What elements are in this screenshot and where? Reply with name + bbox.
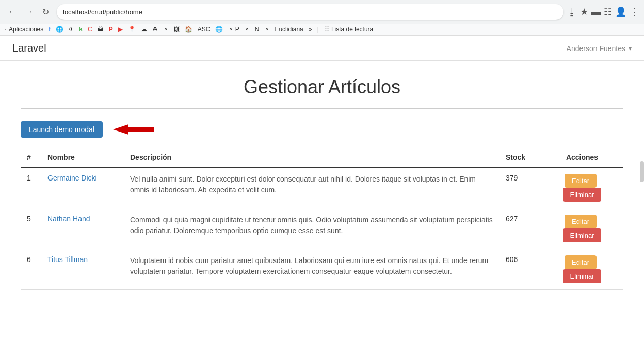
- svg-marker-0: [113, 124, 154, 135]
- app-header: Laravel Anderson Fuentes ▾: [0, 36, 644, 61]
- col-header-stock: Stock: [500, 148, 541, 167]
- cell-nombre: Germaine Dicki: [41, 167, 124, 208]
- cell-desc: Voluptatem id nobis cum pariatur amet qu…: [124, 249, 500, 290]
- browser-icons: ⭳ ★ ▬ ☷ 👤 ⋮: [568, 6, 639, 18]
- arrow-indicator: [113, 122, 154, 137]
- browser-toolbar: ← → ↻ ⭳ ★ ▬ ☷ 👤 ⋮: [0, 0, 644, 24]
- bookmarks-bar: ▫ Aplicaciones f 🌐 ✈ k C 🏔 P ▶ 📍 ☁ ☘ ⚬ 🖼…: [0, 24, 644, 36]
- cell-id: 5: [21, 208, 41, 249]
- cell-stock: 606: [500, 249, 541, 290]
- cell-acciones: Editar Eliminar: [541, 249, 623, 290]
- edit-button[interactable]: Editar: [565, 174, 597, 188]
- launch-demo-modal-button[interactable]: Launch demo modal: [21, 121, 103, 138]
- bookmark-globe2[interactable]: 🌐: [215, 26, 223, 33]
- bookmark-f[interactable]: f: [49, 26, 51, 33]
- bookmark-apps[interactable]: ▫ Aplicaciones: [5, 26, 43, 33]
- table-body: 1 Germaine Dicki Vel nulla animi sunt. D…: [21, 167, 623, 290]
- bookmark-plane[interactable]: ✈: [69, 26, 74, 33]
- divider: [21, 108, 623, 109]
- table-row: 1 Germaine Dicki Vel nulla animi sunt. D…: [21, 167, 623, 208]
- cell-acciones: Editar Eliminar: [541, 167, 623, 208]
- user-name: Anderson Fuentes: [567, 44, 625, 53]
- bookmark-cloud[interactable]: ☁: [141, 26, 147, 33]
- cell-stock: 379: [500, 167, 541, 208]
- bookmark-more[interactable]: »: [309, 26, 312, 33]
- dropdown-arrow-icon: ▾: [629, 45, 632, 52]
- nombre-link[interactable]: Germaine Dicki: [47, 174, 97, 182]
- articles-table: # Nombre Descripción Stock Acciones 1 Ge…: [21, 148, 623, 290]
- arrow-icon: [113, 122, 154, 137]
- reload-button[interactable]: ↻: [38, 5, 53, 19]
- table-row: 6 Titus Tillman Voluptatem id nobis cum …: [21, 249, 623, 290]
- col-header-acciones: Acciones: [541, 148, 623, 167]
- bookmark-c[interactable]: C: [88, 26, 92, 33]
- cell-desc: Vel nulla animi sunt. Dolor excepturi es…: [124, 167, 500, 208]
- delete-button[interactable]: Eliminar: [563, 228, 602, 242]
- tab-manager-icon[interactable]: ☷: [604, 6, 612, 18]
- bookmark-maps[interactable]: 📍: [128, 26, 136, 33]
- cast-icon[interactable]: ⭳: [568, 7, 577, 18]
- scrollbar[interactable]: [640, 161, 644, 182]
- extensions-icon[interactable]: ▬: [591, 7, 601, 18]
- edit-button[interactable]: Editar: [565, 255, 597, 269]
- edit-button[interactable]: Editar: [565, 215, 597, 228]
- cell-id: 1: [21, 167, 41, 208]
- delete-button[interactable]: Eliminar: [563, 269, 602, 283]
- cell-nombre: Titus Tillman: [41, 249, 124, 290]
- bookmark-img[interactable]: 🖼: [173, 26, 180, 33]
- user-menu[interactable]: Anderson Fuentes ▾: [567, 44, 632, 53]
- bookmark-yt[interactable]: ▶: [118, 26, 123, 33]
- bookmark-github-p[interactable]: ⚬ P: [228, 26, 239, 33]
- profile-icon[interactable]: 👤: [615, 6, 626, 18]
- bookmark-reading-list[interactable]: ☷ Lista de lectura: [324, 26, 374, 33]
- cell-desc: Commodi qui quia magni cupiditate ut ten…: [124, 208, 500, 249]
- nombre-link[interactable]: Nathan Hand: [47, 215, 90, 223]
- bookmark-github1[interactable]: ⚬: [163, 26, 168, 33]
- bookmark-k[interactable]: k: [79, 26, 83, 33]
- table-header: # Nombre Descripción Stock Acciones: [21, 148, 623, 167]
- nav-buttons: ← → ↻: [5, 5, 53, 19]
- bookmark-camp[interactable]: 🏔: [98, 26, 104, 33]
- bookmark-github3[interactable]: ⚬: [264, 26, 269, 33]
- menu-icon[interactable]: ⋮: [630, 6, 639, 18]
- star-icon[interactable]: ★: [580, 6, 588, 18]
- cell-id: 6: [21, 249, 41, 290]
- bookmark-globe[interactable]: 🌐: [56, 26, 63, 33]
- bookmark-github2[interactable]: ⚬: [245, 26, 250, 33]
- bookmark-euclidiana[interactable]: Euclidiana: [275, 26, 303, 33]
- cell-acciones: Editar Eliminar: [541, 208, 623, 249]
- bookmark-clover[interactable]: ☘: [152, 26, 158, 33]
- url-input[interactable]: [63, 8, 557, 16]
- page-title: Gestionar Artículos: [21, 76, 623, 98]
- back-button[interactable]: ←: [5, 5, 20, 19]
- toolbar: Launch demo modal: [21, 121, 623, 138]
- table-row: 5 Nathan Hand Commodi qui quia magni cup…: [21, 208, 623, 249]
- forward-button[interactable]: →: [22, 5, 36, 19]
- col-header-hash: #: [21, 148, 41, 167]
- browser-chrome: ← → ↻ ⭳ ★ ▬ ☷ 👤 ⋮ ▫ Aplicaciones f 🌐 ✈ k…: [0, 0, 644, 36]
- bookmark-n[interactable]: N: [255, 26, 260, 33]
- col-header-nombre: Nombre: [41, 148, 124, 167]
- cell-nombre: Nathan Hand: [41, 208, 124, 249]
- delete-button[interactable]: Eliminar: [563, 188, 602, 202]
- bookmark-p[interactable]: P: [109, 26, 113, 33]
- app-content: Gestionar Artículos Launch demo modal # …: [0, 61, 644, 305]
- bookmark-home[interactable]: 🏠: [185, 26, 192, 33]
- bookmark-asc[interactable]: ASC: [198, 26, 211, 33]
- app-brand: Laravel: [12, 42, 46, 54]
- cell-stock: 627: [500, 208, 541, 249]
- address-bar[interactable]: [57, 4, 564, 20]
- nombre-link[interactable]: Titus Tillman: [47, 255, 88, 264]
- col-header-desc: Descripción: [124, 148, 500, 167]
- bookmark-separator: |: [317, 26, 318, 33]
